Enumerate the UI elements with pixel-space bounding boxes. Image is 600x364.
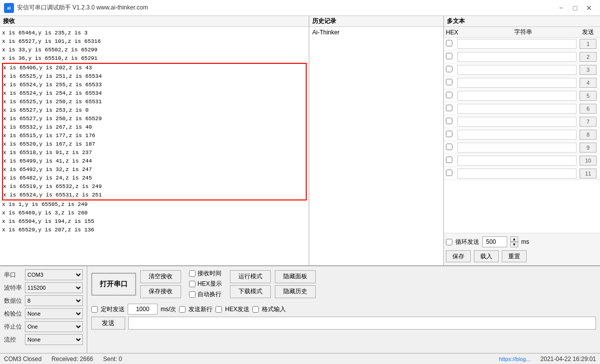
stopbits-select[interactable]: One Two	[25, 321, 83, 332]
multitext-row-input[interactable]	[457, 143, 577, 153]
multitext-string-input[interactable]	[457, 39, 577, 49]
multitext-send-button[interactable]: 7	[580, 117, 597, 127]
recv-panel-label: 接收	[0, 16, 309, 27]
load-button[interactable]: 载入	[474, 250, 499, 262]
multitext-row-check[interactable]	[446, 170, 456, 178]
recv-time-label: 接收时间	[198, 269, 221, 278]
parity-select[interactable]: None Odd Even	[25, 308, 83, 319]
multitext-row-input[interactable]	[457, 65, 577, 75]
download-mode-button[interactable]: 下载模式	[230, 285, 271, 298]
auto-newline-checkbox[interactable]	[189, 291, 196, 298]
sent-count: Sent: 0	[103, 356, 122, 363]
multitext-send-button[interactable]: 11	[580, 169, 597, 179]
multitext-send-button[interactable]: 3	[580, 65, 597, 75]
timed-send-interval[interactable]	[128, 304, 158, 315]
spinner-down[interactable]: ▼	[510, 242, 518, 247]
multitext-row-input[interactable]	[457, 169, 577, 179]
multitext-row-input[interactable]	[457, 52, 577, 62]
multitext-string-input[interactable]	[457, 117, 577, 127]
port-select[interactable]: COM3 COM1 COM2 COM4	[25, 269, 83, 280]
multitext-row-input[interactable]	[457, 117, 577, 127]
save-recv-button[interactable]: 保存接收	[140, 285, 181, 298]
reset-button[interactable]: 重置	[502, 250, 527, 262]
loop-interval-input[interactable]	[482, 236, 507, 247]
multitext-hex-checkbox[interactable]	[446, 144, 452, 150]
multitext-send-button[interactable]: 6	[580, 104, 597, 114]
run-mode-button[interactable]: 运行模式	[230, 270, 271, 283]
multitext-hex-checkbox[interactable]	[446, 131, 452, 137]
multitext-row-input[interactable]	[457, 91, 577, 101]
multitext-send-button[interactable]: 5	[580, 91, 597, 101]
multitext-hex-checkbox[interactable]	[446, 118, 452, 124]
multitext-row-check[interactable]	[446, 53, 456, 61]
multitext-hex-checkbox[interactable]	[446, 79, 452, 85]
hex-display-checkbox[interactable]	[189, 281, 196, 287]
multitext-panel-label: 多文本	[444, 16, 600, 27]
multitext-string-input[interactable]	[457, 65, 577, 75]
multitext-row-check[interactable]	[446, 40, 456, 48]
multitext-hex-checkbox[interactable]	[446, 53, 452, 59]
send-input[interactable]	[128, 317, 596, 330]
spinner-up[interactable]: ▲	[510, 236, 518, 242]
multitext-send-button[interactable]: 1	[580, 39, 597, 49]
recv-textarea[interactable]: x is 65464,y is 235,z is 3x is 65527,y i…	[0, 27, 309, 265]
open-serial-button[interactable]: 打开串口	[91, 273, 136, 296]
multitext-row-check[interactable]	[446, 131, 456, 139]
history-list[interactable]: Ai-Thinker	[309, 27, 443, 265]
multitext-hex-checkbox[interactable]	[446, 92, 452, 98]
recv-time-checkbox[interactable]	[189, 270, 196, 277]
hide-history-button[interactable]: 隐藏历史	[275, 285, 316, 298]
multitext-row-input[interactable]	[457, 78, 577, 88]
hide-panel-button[interactable]: 隐藏面板	[275, 270, 316, 283]
multitext-row-btn-cell: 11	[578, 169, 598, 179]
multitext-string-input[interactable]	[457, 104, 577, 114]
save-button[interactable]: 保存	[446, 250, 471, 262]
flow-select[interactable]: None Hardware Software	[25, 334, 83, 345]
send-newline-checkbox[interactable]	[179, 306, 186, 313]
clear-recv-button[interactable]: 清空接收	[140, 270, 181, 283]
multitext-string-input[interactable]	[457, 156, 577, 166]
multitext-send-button[interactable]: 8	[580, 130, 597, 140]
multitext-row-check[interactable]	[446, 105, 456, 113]
hex-send-checkbox[interactable]	[215, 306, 222, 313]
multitext-hex-checkbox[interactable]	[446, 40, 452, 46]
multitext-hex-checkbox[interactable]	[446, 105, 452, 111]
multitext-row-check[interactable]	[446, 118, 456, 126]
multitext-row-input[interactable]	[457, 39, 577, 49]
multitext-row-input[interactable]	[457, 156, 577, 166]
history-item[interactable]: Ai-Thinker	[310, 28, 442, 37]
port-status: COM3 Closed	[4, 356, 41, 363]
loop-interval-spinner[interactable]: ▲ ▼	[510, 236, 518, 247]
multitext-hex-checkbox[interactable]	[446, 170, 452, 176]
multitext-send-button[interactable]: 9	[580, 143, 597, 153]
multitext-hex-checkbox[interactable]	[446, 66, 452, 72]
multitext-string-input[interactable]	[457, 78, 577, 88]
baud-select[interactable]: 115200 9600 19200 38400 57600	[25, 282, 83, 293]
multitext-row-input[interactable]	[457, 130, 577, 140]
multitext-send-button[interactable]: 4	[580, 78, 597, 88]
recv-line: x is 65464,y is 235,z is 3	[2, 29, 307, 37]
loop-send-checkbox[interactable]	[446, 239, 452, 245]
multitext-string-input[interactable]	[457, 169, 577, 179]
maximize-button[interactable]: □	[568, 2, 582, 14]
multitext-row-check[interactable]	[446, 157, 456, 165]
multitext-string-input[interactable]	[457, 143, 577, 153]
close-button[interactable]: ✕	[582, 2, 596, 14]
multitext-send-button[interactable]: 2	[580, 52, 597, 62]
multitext-row-check[interactable]	[446, 92, 456, 100]
multitext-row-check[interactable]	[446, 66, 456, 74]
timed-send-checkbox[interactable]	[91, 306, 98, 313]
databits-select[interactable]: 8 5 6 7	[25, 295, 83, 306]
multitext-row-check[interactable]	[446, 79, 456, 87]
multitext-string-input[interactable]	[457, 52, 577, 62]
multitext-row-check[interactable]	[446, 144, 456, 152]
multitext-string-input[interactable]	[457, 91, 577, 101]
format-input-label: 格式输入	[262, 305, 286, 314]
send-button[interactable]: 发送	[91, 317, 125, 330]
format-input-checkbox[interactable]	[252, 306, 259, 313]
minimize-button[interactable]: －	[554, 2, 568, 14]
multitext-string-input[interactable]	[457, 130, 577, 140]
multitext-hex-checkbox[interactable]	[446, 157, 452, 163]
multitext-send-button[interactable]: 10	[580, 156, 597, 166]
multitext-row-input[interactable]	[457, 104, 577, 114]
